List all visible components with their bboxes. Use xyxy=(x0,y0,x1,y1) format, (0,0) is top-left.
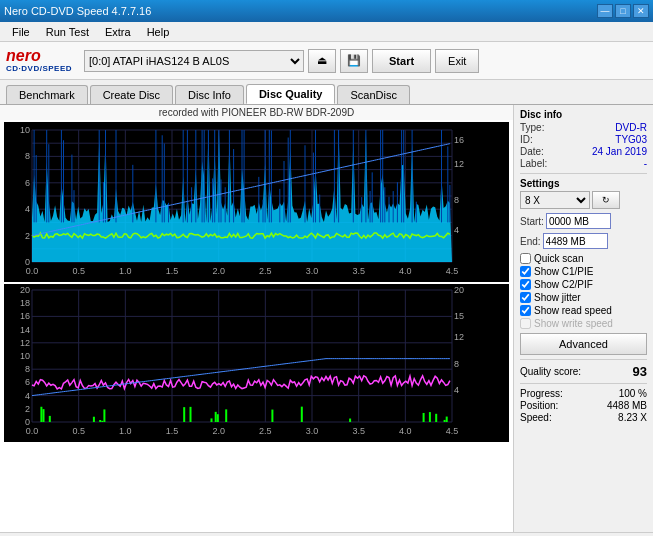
nero-logo-text: nero xyxy=(6,48,72,64)
quality-score-value: 93 xyxy=(633,364,647,379)
show-jitter-checkbox[interactable] xyxy=(520,292,531,303)
progress-value: 100 % xyxy=(619,388,647,399)
tab-create-disc[interactable]: Create Disc xyxy=(90,85,173,104)
quality-score-label: Quality score: xyxy=(520,366,581,377)
position-label: Position: xyxy=(520,400,558,411)
end-mb-label: End: xyxy=(520,236,541,247)
menu-run-test[interactable]: Run Test xyxy=(38,24,97,40)
nero-logo: nero CD·DVD/SPEED xyxy=(6,48,72,73)
chart-header: recorded with PIONEER BD-RW BDR-209D xyxy=(0,105,513,120)
disc-type-label: Type: xyxy=(520,122,544,133)
quick-scan-row: Quick scan xyxy=(520,253,647,264)
save-button[interactable]: 💾 xyxy=(340,49,368,73)
tab-disc-info[interactable]: Disc Info xyxy=(175,85,244,104)
exit-button[interactable]: Exit xyxy=(435,49,479,73)
show-read-speed-row: Show read speed xyxy=(520,305,647,316)
bottom-chart xyxy=(4,284,509,442)
settings-title: Settings xyxy=(520,178,647,189)
advanced-button[interactable]: Advanced xyxy=(520,333,647,355)
menu-bar: File Run Test Extra Help xyxy=(0,22,653,42)
stats-footer: PI Errors Average: 0.88 Maximum: 9 Total… xyxy=(0,532,653,536)
speed-row: 8 X4 X2 XMAX ↻ xyxy=(520,191,647,209)
start-mb-input[interactable] xyxy=(546,213,611,229)
drive-selector[interactable]: [0:0] ATAPI iHAS124 B AL0S xyxy=(84,50,304,72)
speed-info-row: Speed: 8.23 X xyxy=(520,412,647,423)
disc-type-row: Type: DVD-R xyxy=(520,122,647,133)
disc-type-value: DVD-R xyxy=(615,122,647,133)
start-mb-row: Start: xyxy=(520,213,647,229)
disc-date-value: 24 Jan 2019 xyxy=(592,146,647,157)
divider-2 xyxy=(520,359,647,360)
disc-info-title: Disc info xyxy=(520,109,647,120)
tab-scan-disc[interactable]: ScanDisc xyxy=(337,85,409,104)
speed-selector[interactable]: 8 X4 X2 XMAX xyxy=(520,191,590,209)
title-bar-title: Nero CD-DVD Speed 4.7.7.16 xyxy=(4,5,151,17)
tab-benchmark[interactable]: Benchmark xyxy=(6,85,88,104)
start-button[interactable]: Start xyxy=(372,49,431,73)
tab-disc-quality[interactable]: Disc Quality xyxy=(246,84,336,104)
show-read-speed-label: Show read speed xyxy=(534,305,612,316)
quick-scan-checkbox[interactable] xyxy=(520,253,531,264)
progress-label: Progress: xyxy=(520,388,563,399)
close-button[interactable]: ✕ xyxy=(633,4,649,18)
right-panel: Disc info Type: DVD-R ID: TYG03 Date: 24… xyxy=(513,105,653,532)
quick-scan-label: Quick scan xyxy=(534,253,583,264)
menu-help[interactable]: Help xyxy=(139,24,178,40)
progress-row: Progress: 100 % xyxy=(520,388,647,399)
show-write-speed-row: Show write speed xyxy=(520,318,647,329)
position-value: 4488 MB xyxy=(607,400,647,411)
end-mb-row: End: xyxy=(520,233,647,249)
show-jitter-row: Show jitter xyxy=(520,292,647,303)
show-c1-pie-checkbox[interactable] xyxy=(520,266,531,277)
divider-3 xyxy=(520,383,647,384)
eject-button[interactable]: ⏏ xyxy=(308,49,336,73)
disc-label-value: - xyxy=(644,158,647,169)
end-mb-input[interactable] xyxy=(543,233,608,249)
show-write-speed-checkbox[interactable] xyxy=(520,318,531,329)
disc-date-label: Date: xyxy=(520,146,544,157)
top-chart xyxy=(4,122,509,282)
minimize-button[interactable]: — xyxy=(597,4,613,18)
show-c2-pif-checkbox[interactable] xyxy=(520,279,531,290)
top-chart-canvas xyxy=(4,122,482,282)
disc-id-value: TYG03 xyxy=(615,134,647,145)
tab-bar: Benchmark Create Disc Disc Info Disc Qua… xyxy=(0,80,653,104)
toolbar: nero CD·DVD/SPEED [0:0] ATAPI iHAS124 B … xyxy=(0,42,653,80)
title-bar: Nero CD-DVD Speed 4.7.7.16 — □ ✕ xyxy=(0,0,653,22)
quality-score-row: Quality score: 93 xyxy=(520,364,647,379)
speed-info-label: Speed: xyxy=(520,412,552,423)
disc-label-row: Label: - xyxy=(520,158,647,169)
disc-date-row: Date: 24 Jan 2019 xyxy=(520,146,647,157)
speed-info-value: 8.23 X xyxy=(618,412,647,423)
nero-logo-subtitle: CD·DVD/SPEED xyxy=(6,64,72,73)
maximize-button[interactable]: □ xyxy=(615,4,631,18)
show-c2-pif-label: Show C2/PIF xyxy=(534,279,593,290)
bottom-chart-canvas xyxy=(4,284,482,442)
start-mb-label: Start: xyxy=(520,216,544,227)
show-jitter-label: Show jitter xyxy=(534,292,581,303)
disc-id-label: ID: xyxy=(520,134,533,145)
disc-id-row: ID: TYG03 xyxy=(520,134,647,145)
speed-refresh-button[interactable]: ↻ xyxy=(592,191,620,209)
show-write-speed-label: Show write speed xyxy=(534,318,613,329)
charts-area: recorded with PIONEER BD-RW BDR-209D xyxy=(0,105,513,532)
show-c1-pie-label: Show C1/PIE xyxy=(534,266,593,277)
menu-file[interactable]: File xyxy=(4,24,38,40)
show-c1-pie-row: Show C1/PIE xyxy=(520,266,647,277)
title-bar-buttons: — □ ✕ xyxy=(597,4,649,18)
position-row: Position: 4488 MB xyxy=(520,400,647,411)
menu-extra[interactable]: Extra xyxy=(97,24,139,40)
divider-1 xyxy=(520,173,647,174)
disc-label-label: Label: xyxy=(520,158,547,169)
show-c2-pif-row: Show C2/PIF xyxy=(520,279,647,290)
main-content: recorded with PIONEER BD-RW BDR-209D Dis… xyxy=(0,104,653,532)
show-read-speed-checkbox[interactable] xyxy=(520,305,531,316)
